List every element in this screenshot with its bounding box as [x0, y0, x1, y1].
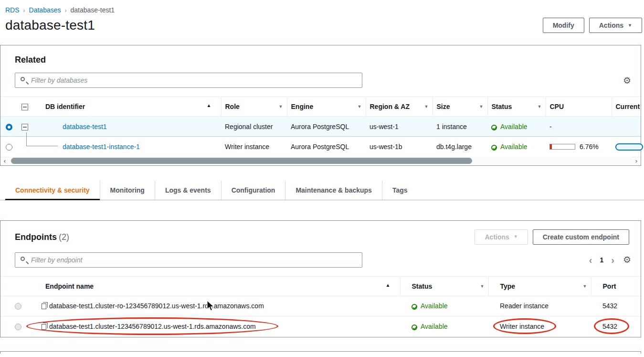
- column-header-size[interactable]: Size▼: [433, 97, 487, 117]
- endpoint-row-reader[interactable]: database-test1.cluster-ro-123456789012.u…: [0, 296, 641, 316]
- scrollbar-track[interactable]: [9, 157, 632, 165]
- tab-tags[interactable]: Tags: [382, 181, 418, 200]
- radio-unselected-icon[interactable]: [15, 324, 21, 330]
- db-identifier-link[interactable]: database-test1: [63, 123, 107, 130]
- type-cell: Writer instance: [488, 316, 591, 336]
- status-available-icon: [412, 325, 417, 330]
- status-cell: Available: [487, 117, 546, 137]
- endpoints-panel: Endpoints(2) Actions▼ Create custom endp…: [0, 220, 641, 338]
- tab-configuration[interactable]: Configuration: [221, 181, 285, 200]
- column-header-cpu[interactable]: CPU: [546, 97, 612, 117]
- role-cell: Regional cluster: [221, 117, 287, 137]
- scrollbar-thumb[interactable]: [11, 158, 472, 164]
- collapse-all-checkbox-icon[interactable]: [21, 104, 28, 110]
- type-cell: Reader instance: [488, 296, 591, 316]
- select-column-header: [0, 276, 30, 296]
- column-filter-icon[interactable]: ▼: [279, 104, 283, 109]
- chevron-down-icon: ▼: [514, 235, 518, 239]
- status-badge: Available: [500, 123, 528, 130]
- endpoint-row-writer[interactable]: database-test1.cluster-123456789012.us-w…: [0, 316, 641, 336]
- cpu-cell: 6.76%: [546, 137, 612, 157]
- column-header-db-identifier[interactable]: DB identifier▲: [34, 97, 221, 117]
- column-header-status[interactable]: Status▼: [400, 276, 488, 296]
- engine-cell: Aurora PostgreSQL: [287, 117, 366, 137]
- endpoints-header: Endpoints(2) Actions▼ Create custom endp…: [0, 221, 641, 245]
- current-activity-cell: [612, 117, 641, 137]
- related-header-row: DB identifier▲ Role▼ Engine▼ Region & AZ…: [0, 97, 641, 117]
- column-header-role[interactable]: Role▼: [221, 97, 287, 117]
- page-header: database-test1 Modify Actions▼: [0, 14, 644, 33]
- table-row-instance[interactable]: database-test1-instance-1 Writer instanc…: [0, 137, 641, 157]
- endpoints-settings-gear-icon[interactable]: ⚙: [623, 255, 631, 264]
- modify-button[interactable]: Modify: [543, 18, 584, 33]
- row-select-cell: [0, 137, 18, 157]
- row-select-cell: [0, 117, 18, 137]
- tab-logs-events[interactable]: Logs & events: [155, 181, 221, 200]
- column-filter-icon[interactable]: ▼: [538, 104, 542, 109]
- column-filter-icon[interactable]: ▼: [358, 104, 362, 109]
- endpoint-name[interactable]: database-test1.cluster-123456789012.us-w…: [49, 323, 256, 330]
- tab-monitoring[interactable]: Monitoring: [100, 181, 155, 200]
- related-settings-gear-icon[interactable]: ⚙: [623, 76, 631, 85]
- endpoints-header-row: Endpoint name▲ Status▼ Type▼ Port: [0, 276, 641, 296]
- related-title: Related: [15, 55, 641, 65]
- db-identifier-cell: database-test1: [34, 117, 221, 137]
- current-activity-bar-icon: [615, 143, 643, 151]
- collapse-row-checkbox-icon[interactable]: [21, 124, 28, 130]
- endpoints-title: Endpoints(2): [15, 232, 69, 242]
- next-panel-edge: [0, 351, 641, 354]
- db-identifier-link[interactable]: database-test1-instance-1: [63, 143, 140, 151]
- endpoints-actions-dropdown-button[interactable]: Actions▼: [475, 229, 528, 245]
- create-custom-endpoint-button[interactable]: Create custom endpoint: [533, 229, 629, 245]
- radio-selected-icon[interactable]: [6, 124, 12, 130]
- column-filter-icon[interactable]: ▼: [583, 284, 587, 289]
- radio-unselected-icon[interactable]: [6, 144, 12, 151]
- endpoint-name[interactable]: database-test1.cluster-ro-123456789012.u…: [49, 302, 264, 310]
- scroll-left-icon[interactable]: ‹: [0, 157, 9, 165]
- endpoints-filter: [15, 252, 362, 268]
- related-table: DB identifier▲ Role▼ Engine▼ Region & AZ…: [0, 97, 641, 157]
- endpoints-count: (2): [59, 232, 69, 242]
- copy-icon[interactable]: [42, 324, 46, 330]
- column-filter-icon[interactable]: ▼: [424, 104, 429, 109]
- related-filter-input[interactable]: [15, 73, 362, 88]
- copy-icon[interactable]: [42, 303, 46, 309]
- actions-dropdown-button[interactable]: Actions▼: [589, 18, 642, 33]
- column-header-endpoint-name[interactable]: Endpoint name▲: [30, 276, 400, 296]
- size-cell: 1 instance: [433, 117, 487, 137]
- column-header-region-az[interactable]: Region & AZ▼: [366, 97, 433, 117]
- column-filter-icon[interactable]: ▼: [480, 284, 485, 289]
- cpu-meter-icon: [549, 144, 575, 150]
- endpoints-filter-input[interactable]: [15, 252, 362, 268]
- db-identifier-cell: database-test1-instance-1: [34, 137, 221, 157]
- breadcrumb-link-databases[interactable]: Databases: [29, 6, 61, 14]
- status-cell: Available: [400, 316, 488, 336]
- pagination-prev-icon[interactable]: ‹: [589, 255, 592, 265]
- column-header-port[interactable]: Port: [591, 276, 641, 296]
- radio-unselected-icon[interactable]: [15, 303, 21, 310]
- endpoints-table: Endpoint name▲ Status▼ Type▼ Port databa…: [0, 276, 641, 336]
- column-header-type[interactable]: Type▼: [488, 276, 591, 296]
- endpoints-header-buttons: Actions▼ Create custom endpoint: [475, 229, 629, 245]
- horizontal-scrollbar: ‹ ›: [0, 157, 641, 165]
- scroll-right-icon[interactable]: ›: [632, 157, 641, 165]
- engine-cell: Aurora PostgreSQL: [287, 137, 366, 157]
- search-icon: [21, 257, 25, 261]
- column-filter-icon[interactable]: ▼: [479, 104, 484, 109]
- tab-connectivity-security[interactable]: Connectivity & security: [5, 181, 100, 200]
- sort-ascending-icon: ▲: [207, 103, 211, 108]
- column-header-current[interactable]: Current: [612, 97, 641, 117]
- tab-maintenance-backups[interactable]: Maintenance & backups: [285, 181, 382, 200]
- detail-tabs: Connectivity & security Monitoring Logs …: [0, 181, 644, 200]
- port-cell: 5432: [591, 316, 641, 336]
- pagination-next-icon[interactable]: ›: [611, 255, 614, 265]
- status-badge: Available: [421, 323, 448, 330]
- column-header-status[interactable]: Status▼: [487, 97, 546, 117]
- region-cell: us-west-1b: [366, 137, 433, 157]
- breadcrumb-link-rds[interactable]: RDS: [5, 6, 20, 14]
- related-filter: [15, 73, 362, 88]
- table-row-cluster[interactable]: database-test1 Regional cluster Aurora P…: [0, 117, 641, 137]
- pagination-page-number[interactable]: 1: [600, 256, 603, 264]
- endpoints-toolbar: ‹ 1 › ⚙: [15, 252, 631, 268]
- column-header-engine[interactable]: Engine▼: [287, 97, 366, 117]
